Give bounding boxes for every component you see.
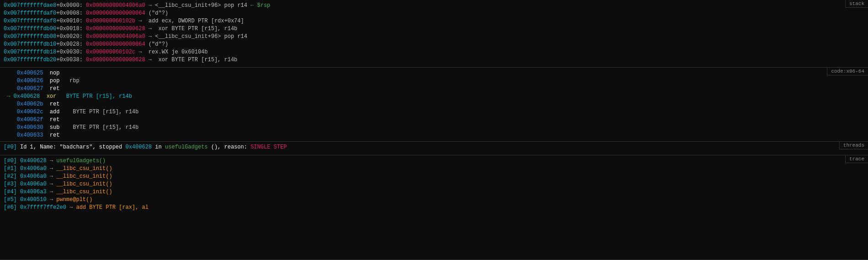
trace-row: [#2] 0x4006a0 → __libc_csu_init() bbox=[4, 173, 864, 180]
stack-arrow: → bbox=[149, 33, 152, 40]
trace-func: __libc_csu_init() bbox=[56, 189, 112, 195]
threads-panel: threads [#0] Id 1, Name: "badchars", sto… bbox=[0, 142, 868, 155]
stack-comment: rex.WX je 0x60104b bbox=[145, 49, 208, 55]
code-row: 0x400626 pop rbp bbox=[4, 77, 864, 85]
trace-addr: 0x4006a0 bbox=[20, 181, 47, 187]
stack-arrow: → bbox=[149, 57, 152, 63]
trace-idx: [#5] bbox=[4, 196, 17, 203]
stack-tag: ← $rsp bbox=[250, 2, 270, 9]
code-addr: 0x400626 bbox=[17, 78, 43, 84]
code-mnemonic: nop bbox=[50, 70, 60, 76]
trace-row: [#4] 0x4006a3 → __libc_csu_init() bbox=[4, 188, 864, 196]
thread-idx: [#0] bbox=[4, 144, 17, 150]
code-operands: BYTE PTR [r15], r14b bbox=[56, 93, 132, 100]
stack-addr: 0x007fffffffdaf8 bbox=[4, 18, 56, 24]
stack-row: 0x007fffffffdb08+0x0020: 0x0000000000400… bbox=[4, 33, 864, 41]
thread-func: usefulGadgets bbox=[165, 144, 208, 150]
trace-func: __libc_csu_init() bbox=[56, 181, 112, 187]
trace-arrow: → bbox=[50, 189, 53, 195]
code-mnemonic: ret bbox=[50, 117, 60, 123]
stack-addr: 0x007fffffffdb10 bbox=[4, 41, 56, 48]
trace-arrow: → bbox=[50, 173, 53, 180]
code-indicator bbox=[4, 117, 17, 123]
stack-hex: 0x0000000000000064 bbox=[86, 10, 145, 16]
trace-row: [#0] 0x400628 → usefulGadgets() bbox=[4, 157, 864, 165]
thread-id: Id 1, Name: "badchars", stopped bbox=[17, 144, 126, 150]
trace-func: add BYTE PTR [rax], al bbox=[76, 204, 148, 211]
trace-row: [#5] 0x400510 → pwnme@plt() bbox=[4, 196, 864, 204]
stack-comment: ("d"?) bbox=[149, 41, 168, 48]
thread-parens: (), reason: bbox=[208, 144, 251, 150]
code-indicator bbox=[4, 70, 17, 76]
code-indicator bbox=[4, 85, 17, 92]
stack-hex: 0x0000000000000628 bbox=[86, 57, 145, 63]
stack-comment: xor BYTE PTR [r15], r14b bbox=[155, 26, 237, 32]
stack-panel: stack 0x007fffffffdae8+0x0000: 0x0000000… bbox=[0, 0, 868, 68]
code-panel: code:x86-64 0x400625 nop 0x400626 pop rb… bbox=[0, 68, 868, 142]
code-addr: 0x400625 bbox=[17, 70, 43, 76]
stack-addr: 0x007fffffffdae8 bbox=[4, 2, 56, 9]
trace-func: __libc_csu_init() bbox=[56, 173, 112, 180]
trace-addr: 0x4006a0 bbox=[20, 173, 47, 180]
stack-comment: <__libc_csu_init+96> pop r14 bbox=[155, 33, 247, 40]
stack-arrow: → bbox=[138, 18, 142, 24]
code-row: 0x400625 nop bbox=[4, 69, 864, 77]
stack-addr: 0x007fffffffdb20 bbox=[4, 57, 56, 63]
stack-arrow: → bbox=[149, 2, 152, 9]
stack-arrow: → bbox=[138, 49, 142, 55]
code-addr: 0x400633 bbox=[17, 132, 43, 138]
code-operands: BYTE PTR [r15], r14b bbox=[59, 109, 138, 115]
stack-offset: +0x0020: bbox=[56, 33, 83, 40]
trace-func: usefulGadgets() bbox=[56, 158, 106, 164]
code-mnemonic: ret bbox=[50, 85, 60, 92]
stack-row: 0x007fffffffdaf0+0x0008: 0x0000000000000… bbox=[4, 10, 864, 17]
stack-offset: +0x0018: bbox=[56, 26, 83, 32]
stack-offset: +0x0038: bbox=[56, 57, 83, 63]
thread-reason: SINGLE STEP bbox=[250, 144, 287, 150]
trace-arrow: → bbox=[50, 196, 53, 203]
trace-row: [#1] 0x4006a0 → __libc_csu_init() bbox=[4, 165, 864, 173]
code-panel-label: code:x86-64 bbox=[827, 68, 868, 75]
stack-addr: 0x007fffffffdaf0 bbox=[4, 10, 56, 16]
code-row: 0x40062b ret bbox=[4, 101, 864, 108]
code-indicator bbox=[4, 124, 17, 131]
trace-addr: 0x4006a3 bbox=[20, 189, 47, 195]
stack-arrow: → bbox=[149, 26, 152, 32]
code-lines: 0x400625 nop 0x400626 pop rbp 0x400627 r… bbox=[4, 69, 864, 139]
stack-lines: 0x007fffffffdae8+0x0000: 0x0000000000400… bbox=[4, 2, 864, 64]
code-row: 0x40062c add BYTE PTR [r15], r14b bbox=[4, 108, 864, 116]
code-addr: 0x400628 bbox=[14, 93, 40, 100]
trace-func: pwnme@plt() bbox=[56, 196, 92, 203]
trace-arrow: → bbox=[50, 165, 53, 172]
threads-panel-label: threads bbox=[839, 142, 868, 149]
stack-row: 0x007fffffffdb10+0x0028: 0x0000000000000… bbox=[4, 41, 864, 48]
code-mnemonic: xor bbox=[47, 93, 57, 100]
trace-row: [#3] 0x4006a0 → __libc_csu_init() bbox=[4, 180, 864, 188]
code-row: → 0x400628 xor BYTE PTR [r15], r14b bbox=[4, 93, 864, 101]
code-mnemonic: ret bbox=[50, 132, 60, 138]
stack-hex: 0x00000000004006a0 bbox=[86, 33, 145, 40]
trace-addr: 0x7ffff7ffe2e0 bbox=[20, 204, 66, 211]
trace-arrow: → bbox=[50, 158, 53, 164]
stack-comment: <__libc_csu_init+96> pop r14 bbox=[155, 2, 247, 9]
stack-offset: +0x0008: bbox=[56, 10, 83, 16]
code-addr: 0x40062b bbox=[17, 101, 43, 107]
trace-lines: [#0] 0x400628 → usefulGadgets()[#1] 0x40… bbox=[4, 157, 864, 212]
stack-hex: 0x00000000004006a0 bbox=[86, 2, 145, 9]
trace-arrow: → bbox=[69, 204, 73, 211]
trace-panel: trace [#0] 0x400628 → usefulGadgets()[#1… bbox=[0, 155, 868, 260]
thread-in: in bbox=[152, 144, 165, 150]
stack-hex: 0x000000060102b bbox=[86, 18, 135, 24]
code-indicator: → bbox=[4, 93, 14, 100]
trace-addr: 0x4006a0 bbox=[20, 165, 47, 172]
stack-panel-label: stack bbox=[845, 0, 868, 8]
trace-idx: [#3] bbox=[4, 181, 17, 187]
trace-idx: [#4] bbox=[4, 189, 17, 195]
code-row: 0x400627 ret bbox=[4, 85, 864, 93]
code-addr: 0x400630 bbox=[17, 124, 43, 131]
trace-arrow: → bbox=[50, 181, 53, 187]
stack-row: 0x007fffffffdb20+0x0038: 0x0000000000000… bbox=[4, 56, 864, 64]
code-indicator bbox=[4, 78, 17, 84]
stack-comment: ("d"?) bbox=[149, 10, 168, 16]
stack-offset: +0x0010: bbox=[56, 18, 83, 24]
